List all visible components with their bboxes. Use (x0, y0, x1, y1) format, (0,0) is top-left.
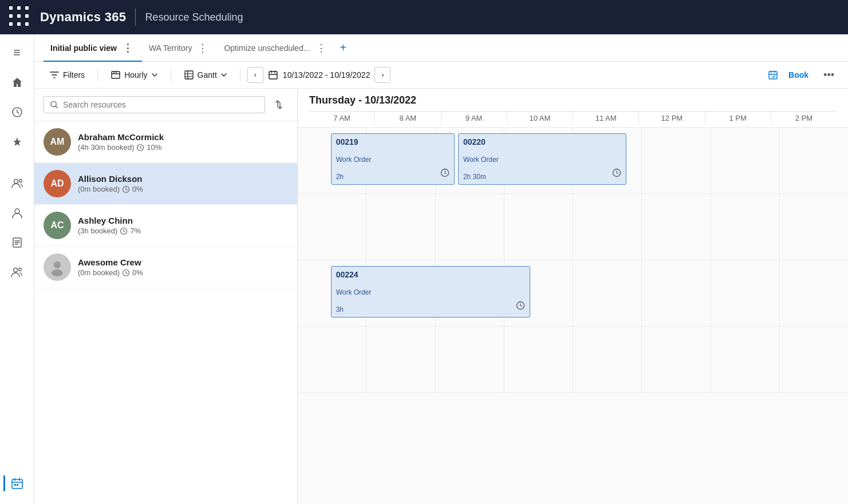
toolbar-overflow-button[interactable]: ••• (819, 67, 839, 84)
resource-search-row (34, 89, 297, 121)
work-order-card-wo-00220[interactable]: 00220 Work Order 2h 30m (458, 133, 626, 185)
svg-rect-10 (112, 72, 120, 78)
hourly-button[interactable]: Hourly (105, 66, 163, 84)
svg-point-2 (19, 180, 22, 182)
prev-date-button[interactable]: ‹ (247, 67, 263, 83)
work-order-card-wo-00224[interactable]: 00224 Work Order 3h (331, 266, 530, 318)
clock-icon (122, 269, 130, 277)
resource-name-allison-dickson: Allison Dickson (78, 174, 288, 184)
sidebar-icon-reports[interactable] (3, 229, 31, 256)
gantt-rows: 00219 Work Order 2h 00220 Work Order 2h … (298, 128, 848, 504)
schedule-area: AMAbraham McCormick(4h 30m booked) 10%AD… (34, 89, 848, 504)
time-col-11am: 11 AM (573, 112, 638, 125)
resource-info-allison-dickson: Allison Dickson(0m booked) 0% (78, 174, 288, 193)
sort-button[interactable] (270, 96, 288, 114)
work-order-type: Work Order (463, 156, 621, 164)
sidebar-icon-hamburger[interactable]: ≡ (3, 39, 31, 66)
gantt-col-bg (573, 327, 641, 392)
gantt-col-bg (711, 128, 779, 193)
tab-more-optimize[interactable]: ⋮ (314, 42, 329, 54)
calendar-icon (268, 70, 278, 80)
resource-row-abraham-mccormick[interactable]: AMAbraham McCormick(4h 30m booked) 10% (34, 121, 297, 163)
sidebar-icon-pin[interactable] (3, 128, 31, 156)
time-col-8am: 8 AM (374, 112, 440, 125)
resource-row-allison-dickson[interactable]: ADAllison Dickson(0m booked) 0% (34, 163, 297, 205)
time-col-1pm: 1 PM (705, 112, 771, 125)
sidebar-icon-resources[interactable] (3, 259, 31, 286)
svg-rect-9 (17, 484, 18, 486)
work-order-type: Work Order (336, 288, 525, 296)
resource-info-abraham-mccormick: Abraham McCormick(4h 30m booked) 10% (78, 132, 288, 152)
search-icon (50, 100, 58, 109)
filter-icon (49, 70, 60, 80)
book-button[interactable]: Book (780, 67, 817, 83)
gantt-row-abraham-mccormick: 00219 Work Order 2h 00220 Work Order 2h … (298, 128, 848, 194)
resource-row-awesome-crew[interactable]: Awesome Crew(0m booked) 0% (34, 247, 297, 288)
gantt-dropdown-icon (220, 72, 227, 78)
work-order-duration: 3h (336, 305, 525, 313)
sidebar-icon-calendar[interactable] (3, 470, 31, 497)
gantt-button[interactable]: Gantt (178, 66, 233, 84)
work-order-type: Work Order (336, 156, 449, 164)
resource-avatar-allison-dickson: AD (44, 170, 71, 197)
work-order-clock-icon (612, 168, 621, 180)
gantt-col-bg (435, 194, 504, 260)
title-divider (135, 9, 136, 26)
work-order-number: 00220 (463, 137, 621, 146)
svg-point-19 (52, 269, 63, 276)
tab-optimize-unscheduled[interactable]: Optimize unscheduled... ⋮ (217, 34, 335, 62)
top-bar: Dynamics 365 Resource Scheduling (0, 0, 848, 34)
gantt-col-bg (641, 194, 710, 260)
gantt-col-bg (573, 194, 641, 260)
app-grid-icon[interactable] (9, 6, 31, 28)
gantt-col-bg (641, 128, 710, 193)
resource-meta-allison-dickson: (0m booked) 0% (78, 185, 288, 193)
sidebar-icon-accounts[interactable] (3, 169, 31, 197)
sidebar-icon-contacts[interactable] (3, 199, 31, 227)
gantt-time-header: 7 AM8 AM9 AM10 AM11 AM12 PM1 PM2 PM (309, 111, 837, 125)
tab-initial-public-view[interactable]: Initial public view ⋮ (44, 34, 142, 62)
search-box[interactable] (44, 96, 265, 113)
resource-name-abraham-mccormick: Abraham McCormick (78, 132, 288, 142)
resource-avatar-awesome-crew (44, 253, 71, 281)
tab-more-wa[interactable]: ⋮ (195, 42, 210, 54)
gantt-icon (184, 70, 194, 80)
gantt-col-bg (711, 260, 779, 326)
svg-point-5 (13, 268, 17, 272)
gantt-col-bg (641, 260, 710, 326)
next-date-button[interactable]: › (374, 67, 391, 83)
gantt-col-bg (711, 194, 779, 260)
add-tab-button[interactable]: + (336, 41, 352, 54)
search-input[interactable] (63, 100, 259, 109)
gantt-col-bg (366, 327, 435, 392)
sort-icon (274, 100, 284, 110)
time-col-9am: 9 AM (441, 112, 507, 125)
gantt-col-bg (298, 194, 366, 260)
clock-icon (136, 144, 144, 152)
sidebar-icon-recent[interactable] (3, 98, 31, 126)
tab-wa-territory[interactable]: WA Territory ⋮ (142, 34, 217, 62)
work-order-card-wo-00219[interactable]: 00219 Work Order 2h (331, 133, 455, 185)
svg-point-18 (54, 261, 61, 268)
time-col-2pm: 2 PM (771, 112, 837, 125)
main-content: Initial public view ⋮ WA Territory ⋮ Opt… (34, 34, 848, 504)
svg-point-1 (14, 180, 18, 184)
filters-button[interactable]: Filters (44, 66, 90, 84)
hourly-icon (111, 70, 121, 80)
gantt-header: Thursday - 10/13/2022 7 AM8 AM9 AM10 AM1… (298, 89, 848, 128)
work-order-duration: 2h (336, 173, 449, 181)
tab-more-initial[interactable]: ⋮ (120, 42, 135, 54)
gantt-row-bg (298, 194, 848, 260)
gantt-col-bg (779, 260, 848, 326)
resource-row-ashley-chinn[interactable]: ACAshley Chinn(3h booked) 7% (34, 205, 297, 247)
gantt-col-bg (435, 327, 504, 392)
work-order-number: 00219 (336, 137, 449, 146)
gantt-row-ashley-chinn: 00224 Work Order 3h (298, 260, 848, 327)
resource-avatar-ashley-chinn: AC (44, 212, 71, 239)
resource-name-ashley-chinn: Ashley Chinn (78, 216, 288, 225)
gantt-col-bg (504, 327, 573, 392)
time-col-7am: 7 AM (309, 112, 374, 125)
gantt-col-bg (779, 194, 848, 260)
gantt-col-bg (641, 327, 710, 392)
sidebar-icon-home[interactable] (3, 69, 31, 96)
